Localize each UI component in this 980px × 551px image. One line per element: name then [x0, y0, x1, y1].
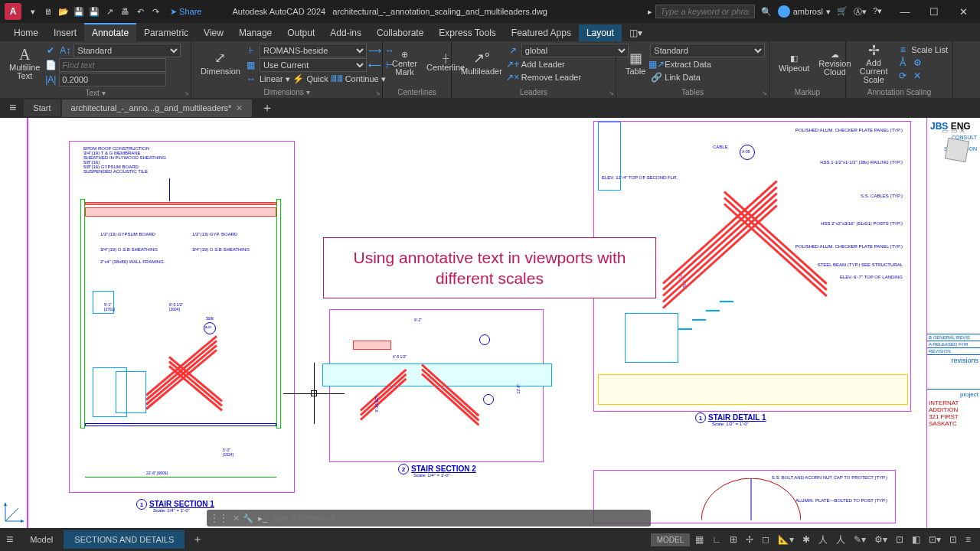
drawing-canvas[interactable]: EPDM ROOF CONSTRUCTION 3/4"(19) T & G ME…	[0, 118, 980, 528]
dim-adjust-icon[interactable]: ⟵	[369, 59, 381, 71]
plot-icon[interactable]: 🖶	[118, 5, 132, 18]
anno-del-icon[interactable]: ✕	[911, 70, 923, 82]
config-icon[interactable]: ≡	[962, 532, 974, 547]
add-leader-button[interactable]: Add Leader	[521, 60, 565, 69]
link-button[interactable]: Link Data	[665, 73, 700, 82]
tab-close-icon[interactable]: ✕	[236, 103, 243, 112]
saveas-icon[interactable]: 💾	[87, 5, 101, 18]
wipeout-button[interactable]: ◧Wipeout	[774, 43, 814, 83]
tab-extra[interactable]: ◫▾	[622, 24, 650, 41]
viewcube[interactable]: ▭ ▭ ✕	[942, 122, 972, 172]
continue-button[interactable]: Continue	[345, 74, 379, 83]
polar-icon[interactable]: ✢	[743, 532, 756, 547]
hwaccel-icon[interactable]: ⊡	[893, 532, 906, 547]
open-icon[interactable]: 📂	[57, 5, 70, 18]
anno-sync-icon[interactable]: ⟳	[897, 70, 909, 82]
cmdline-close-icon[interactable]: ✕	[233, 514, 240, 523]
table-button[interactable]: ▦Table	[621, 43, 650, 83]
tab-view[interactable]: View	[196, 24, 231, 41]
minimize-icon[interactable]: —	[891, 1, 919, 22]
dim-style-select[interactable]: ROMANS-beside	[260, 44, 367, 57]
scale-list-button[interactable]: Scale List	[911, 45, 948, 54]
anno-auto-status-icon[interactable]: 人	[815, 531, 831, 549]
multileader-button[interactable]: ↗°Multileader	[456, 43, 507, 83]
tab-manage[interactable]: Manage	[231, 24, 279, 41]
web-icon[interactable]: ↗	[103, 5, 116, 18]
ucs-icon[interactable]	[3, 500, 26, 523]
tab-annotate[interactable]: Annotate	[84, 23, 136, 41]
cmdline-handle-icon[interactable]: ⋮⋮	[210, 513, 228, 523]
viewport-1[interactable]: EPDM ROOF CONSTRUCTION 3/4"(19) T & G ME…	[69, 141, 295, 493]
linear-button[interactable]: Linear	[260, 74, 283, 83]
tab-layout[interactable]: Layout	[579, 24, 622, 41]
text-style-select[interactable]: Standard	[74, 44, 181, 57]
document-tab[interactable]: architectural_-_anno...g_and_multileader…	[62, 99, 253, 117]
use-current-select[interactable]: Use Current	[260, 58, 367, 72]
filetabs-menu-icon[interactable]: ≡	[3, 101, 22, 115]
redo-icon[interactable]: ↷	[149, 5, 162, 18]
model-tab[interactable]: Model	[19, 530, 64, 549]
new-icon[interactable]: 🗎	[41, 5, 55, 18]
dim-launcher-icon[interactable]: ↘	[375, 90, 381, 96]
layout-sections-tab[interactable]: SECTIONS AND DETAILS	[64, 530, 185, 549]
units-icon[interactable]: ⊡▾	[926, 532, 944, 547]
tab-addins[interactable]: Add-ins	[322, 24, 369, 41]
close-icon[interactable]: ✕	[949, 1, 977, 22]
workspace-icon[interactable]: ✎▾	[851, 532, 869, 547]
layouttabs-menu-icon[interactable]: ≡	[0, 533, 19, 546]
viewcube-cube[interactable]	[945, 138, 969, 162]
viewcube-minimize-icon[interactable]: ▭ ▭ ✕	[942, 127, 965, 135]
scale-icon[interactable]: 📐▾	[775, 532, 797, 547]
text-height-input[interactable]	[59, 73, 166, 86]
tab-insert[interactable]: Insert	[46, 24, 84, 41]
layout-add-icon[interactable]: ＋	[185, 533, 211, 546]
user-menu[interactable]: ambrosl ▾	[778, 5, 831, 18]
share-button[interactable]: ➤ Share	[170, 7, 201, 17]
ortho-icon[interactable]: ⊞	[727, 532, 740, 547]
save-icon[interactable]: 💾	[72, 5, 86, 18]
tab-output[interactable]: Output	[279, 24, 322, 41]
cleanscreen-icon[interactable]: ⊡	[946, 532, 960, 547]
leaders-launcher-icon[interactable]: ↘	[609, 90, 614, 96]
tab-featured[interactable]: Featured Apps	[504, 24, 579, 41]
dim-override-icon[interactable]: ⟶	[369, 44, 381, 57]
tab-home[interactable]: Home	[6, 24, 46, 41]
table-style-select[interactable]: Standard	[650, 44, 765, 57]
snap-icon[interactable]: ∟	[709, 532, 724, 547]
multiline-text-button[interactable]: A Multiline Text	[5, 43, 44, 83]
search-caret-icon[interactable]: ▸	[648, 7, 652, 17]
undo-icon[interactable]: ↶	[133, 5, 147, 18]
model-space-button[interactable]: MODEL	[651, 533, 691, 546]
cmdline-config-icon[interactable]: 🔧	[243, 514, 253, 523]
app-icon[interactable]: A	[5, 3, 21, 20]
osnap-icon[interactable]: ◻	[759, 532, 773, 547]
iso-icon[interactable]: ◧	[909, 532, 923, 547]
remove-leader-button[interactable]: Remove Leader	[521, 73, 581, 82]
gear-icon[interactable]: ⚙▾	[871, 532, 890, 547]
find-icon[interactable]: 📄	[44, 59, 57, 71]
help-icon[interactable]: ?▾	[873, 6, 882, 18]
cart-icon[interactable]: 🛒	[837, 6, 848, 18]
search-input[interactable]	[655, 5, 755, 18]
search-icon[interactable]: 🔍	[761, 7, 772, 17]
grid-icon[interactable]: ▦	[692, 532, 707, 547]
extract-button[interactable]: Extract Data	[665, 60, 711, 69]
tab-express[interactable]: Express Tools	[431, 24, 503, 41]
add-scale-button[interactable]: ✢Add Current Scale	[851, 43, 897, 83]
app-switcher-icon[interactable]: Ⓐ▾	[854, 6, 867, 18]
tables-launcher-icon[interactable]: ↘	[762, 90, 767, 96]
find-input[interactable]	[59, 58, 166, 72]
anno-vis-status-icon[interactable]: ✱	[799, 532, 813, 547]
text-launcher-icon[interactable]: ↘	[184, 90, 189, 96]
new-tab-icon[interactable]: ＋	[253, 100, 281, 116]
anno-sync-status-icon[interactable]: 人	[833, 531, 848, 549]
viewport-2[interactable]: 9'-2" 4'-5 1/2" 5'-10 1/2" 12'-6"	[329, 309, 544, 462]
command-input[interactable]	[270, 514, 648, 523]
maximize-icon[interactable]: ☐	[920, 1, 948, 22]
start-tab[interactable]: Start	[24, 99, 60, 116]
qat-dropdown-icon[interactable]: ▾	[26, 5, 40, 18]
check-icon[interactable]: ✔	[44, 44, 57, 57]
dimension-button[interactable]: ⤢ Dimension	[196, 43, 245, 83]
tab-parametric[interactable]: Parametric	[136, 24, 196, 41]
anno-auto-icon[interactable]: ⚙	[911, 57, 923, 69]
